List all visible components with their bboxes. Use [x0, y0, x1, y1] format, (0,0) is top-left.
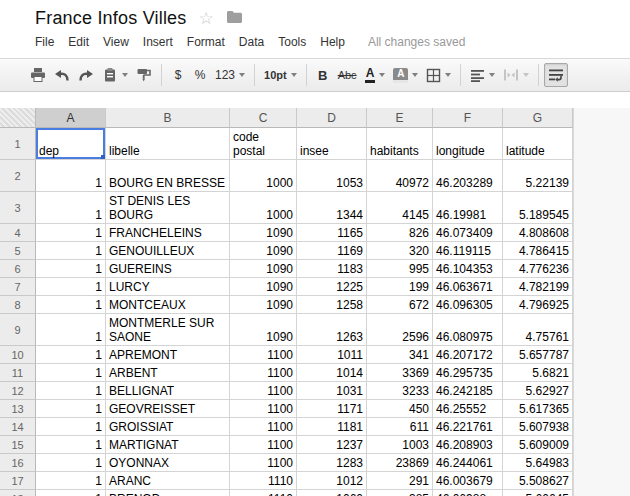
cell-D10[interactable]: 1011 [297, 346, 367, 364]
cell-G7[interactable]: 4.782199 [503, 278, 573, 296]
cell-D1[interactable]: insee [297, 128, 367, 160]
currency-format-button[interactable]: $ [167, 63, 189, 87]
cell-F18[interactable]: 46.06988 [433, 490, 503, 496]
cell-F13[interactable]: 46.25552 [433, 400, 503, 418]
row-header-14[interactable]: 14 [0, 418, 36, 436]
cell-B17[interactable]: ARANC [106, 472, 230, 490]
menu-insert[interactable]: Insert [136, 32, 180, 52]
cell-C5[interactable]: 1090 [230, 242, 297, 260]
cell-A13[interactable]: 1 [36, 400, 106, 418]
cell-D6[interactable]: 1183 [297, 260, 367, 278]
cell-E12[interactable]: 3233 [367, 382, 433, 400]
cell-B4[interactable]: FRANCHELEINS [106, 224, 230, 242]
cell-C2[interactable]: 1000 [230, 160, 297, 192]
print-button[interactable] [26, 63, 50, 87]
cell-A12[interactable]: 1 [36, 382, 106, 400]
cell-C7[interactable]: 1090 [230, 278, 297, 296]
column-header-F[interactable]: F [433, 108, 503, 128]
borders-caret[interactable] [445, 73, 451, 77]
cell-B16[interactable]: OYONNAX [106, 454, 230, 472]
cell-C17[interactable]: 1110 [230, 472, 297, 490]
row-header-4[interactable]: 4 [0, 224, 36, 242]
cell-A17[interactable]: 1 [36, 472, 106, 490]
cell-C11[interactable]: 1100 [230, 364, 297, 382]
cell-F1[interactable]: longitude [433, 128, 503, 160]
cell-F17[interactable]: 46.003679 [433, 472, 503, 490]
select-all-corner[interactable] [0, 108, 36, 128]
cell-E3[interactable]: 4145 [367, 192, 433, 224]
cell-A10[interactable]: 1 [36, 346, 106, 364]
cell-G5[interactable]: 4.786415 [503, 242, 573, 260]
menu-data[interactable]: Data [232, 32, 271, 52]
fill-color-button[interactable]: A [389, 63, 422, 87]
row-header-16[interactable]: 16 [0, 454, 36, 472]
cell-G12[interactable]: 5.62927 [503, 382, 573, 400]
column-header-G[interactable]: G [503, 108, 573, 128]
cell-B8[interactable]: MONTCEAUX [106, 296, 230, 314]
cell-F15[interactable]: 46.208903 [433, 436, 503, 454]
cell-E9[interactable]: 2596 [367, 314, 433, 346]
cell-C10[interactable]: 1100 [230, 346, 297, 364]
cell-B14[interactable]: GROISSIAT [106, 418, 230, 436]
cell-A5[interactable]: 1 [36, 242, 106, 260]
cell-C4[interactable]: 1090 [230, 224, 297, 242]
merge-cells-caret[interactable] [523, 73, 529, 77]
row-header-2[interactable]: 2 [0, 160, 36, 192]
cell-E15[interactable]: 1003 [367, 436, 433, 454]
cell-D9[interactable]: 1263 [297, 314, 367, 346]
cell-A16[interactable]: 1 [36, 454, 106, 472]
cell-G6[interactable]: 4.776236 [503, 260, 573, 278]
cell-E17[interactable]: 291 [367, 472, 433, 490]
cell-G3[interactable]: 5.189545 [503, 192, 573, 224]
cell-B7[interactable]: LURCY [106, 278, 230, 296]
cell-D7[interactable]: 1225 [297, 278, 367, 296]
cell-C15[interactable]: 1100 [230, 436, 297, 454]
row-header-1[interactable]: 1 [0, 128, 36, 160]
cell-F14[interactable]: 46.221761 [433, 418, 503, 436]
cell-D16[interactable]: 1283 [297, 454, 367, 472]
cell-E16[interactable]: 23869 [367, 454, 433, 472]
cell-G18[interactable]: 5.60645 [503, 490, 573, 496]
column-header-E[interactable]: E [367, 108, 433, 128]
cell-C16[interactable]: 1100 [230, 454, 297, 472]
menu-tools[interactable]: Tools [271, 32, 313, 52]
cell-B1[interactable]: libelle [106, 128, 230, 160]
cell-B3[interactable]: ST DENIS LES BOURG [106, 192, 230, 224]
merge-cells-button[interactable] [499, 63, 533, 87]
paint-format-button[interactable] [132, 63, 156, 87]
cell-D11[interactable]: 1014 [297, 364, 367, 382]
cell-A3[interactable]: 1 [36, 192, 106, 224]
cell-E7[interactable]: 199 [367, 278, 433, 296]
borders-button[interactable] [422, 63, 455, 87]
cell-D13[interactable]: 1171 [297, 400, 367, 418]
cell-F16[interactable]: 46.244061 [433, 454, 503, 472]
cell-E13[interactable]: 450 [367, 400, 433, 418]
wrap-text-button[interactable] [544, 63, 568, 87]
cell-B11[interactable]: ARBENT [106, 364, 230, 382]
cell-D4[interactable]: 1165 [297, 224, 367, 242]
cell-A6[interactable]: 1 [36, 260, 106, 278]
row-header-9[interactable]: 9 [0, 314, 36, 346]
cell-C18[interactable]: 1110 [230, 490, 297, 496]
font-size-caret[interactable] [291, 73, 297, 77]
cell-E6[interactable]: 995 [367, 260, 433, 278]
cell-G2[interactable]: 5.22139 [503, 160, 573, 192]
cell-F4[interactable]: 46.073409 [433, 224, 503, 242]
row-header-15[interactable]: 15 [0, 436, 36, 454]
document-title[interactable]: France Infos Villes [35, 8, 187, 29]
row-header-11[interactable]: 11 [0, 364, 36, 382]
cell-E5[interactable]: 320 [367, 242, 433, 260]
cell-G1[interactable]: latitude [503, 128, 573, 160]
cell-E14[interactable]: 611 [367, 418, 433, 436]
cell-C6[interactable]: 1090 [230, 260, 297, 278]
column-header-B[interactable]: B [106, 108, 230, 128]
cell-D17[interactable]: 1012 [297, 472, 367, 490]
cell-F9[interactable]: 46.080975 [433, 314, 503, 346]
cell-G15[interactable]: 5.609009 [503, 436, 573, 454]
cell-G14[interactable]: 5.607938 [503, 418, 573, 436]
cell-G8[interactable]: 4.796925 [503, 296, 573, 314]
cell-E4[interactable]: 826 [367, 224, 433, 242]
menu-file[interactable]: File [28, 32, 61, 52]
bold-button[interactable]: B [312, 63, 334, 87]
cell-A1[interactable]: dep [36, 128, 106, 160]
